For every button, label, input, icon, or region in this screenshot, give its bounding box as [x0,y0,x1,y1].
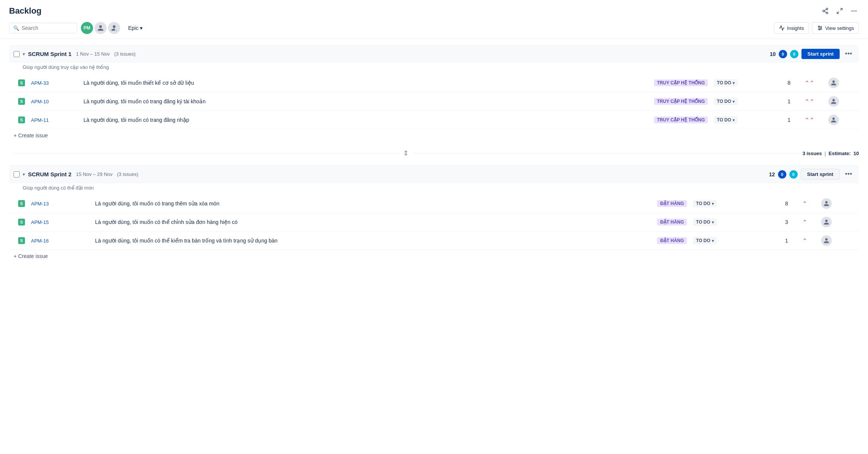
sprint-2-badge-blue: 0 [778,170,786,179]
issue-summary: Là người dùng, tôi muốn có thể chỉnh sửa… [95,219,238,225]
main-content: ▾ SCRUM Sprint 1 1 Nov – 15 Nov (3 issue… [0,39,868,271]
divider-line-right [413,153,798,154]
svg-point-0 [826,8,828,10]
issue-status-badge[interactable]: TO DO ▾ [693,218,717,226]
priority-icon: ⌃⌃ [804,117,814,123]
assignee-avatar[interactable] [828,78,839,88]
issue-type-icon: S [18,98,25,105]
divider-line-left [14,153,398,154]
epic-filter-button[interactable]: Epic ▾ [124,23,147,33]
search-input[interactable] [22,25,73,31]
epic-label: Epic [128,25,138,31]
sprint-1-issues-table: S APM-33 Là người dùng, tôi muốn thiết k… [9,74,859,129]
issue-key[interactable]: APM-13 [31,201,49,207]
add-avatar-button[interactable]: + [108,22,120,34]
issue-label-badge[interactable]: TRUY CẬP HỆ THỐNG [654,117,708,123]
sprint-2-header[interactable]: ▾ SCRUM Sprint 2 15 Nov – 29 Nov (3 issu… [9,165,859,183]
sprint-1-subtitle: Giúp người dùng truy cập vào hệ thống [9,63,859,72]
issue-points: 1 [785,238,788,244]
search-icon: 🔍 [13,25,19,31]
table-row: S APM-15 Là người dùng, tôi muốn có thể … [9,213,859,232]
more-options-button[interactable] [849,6,859,16]
sprint-2-checkbox[interactable] [14,171,20,177]
sprint-1-checkbox[interactable] [14,51,20,57]
avatar-pm[interactable]: PM [81,22,93,34]
sprint-1-badge-blue: 0 [779,50,787,58]
assignee-avatar[interactable] [828,115,839,125]
sprint-1-points: 10 [770,51,776,57]
sprint-section-1: ▾ SCRUM Sprint 1 1 Nov – 15 Nov (3 issue… [9,45,859,141]
assignee-avatar[interactable] [828,96,839,107]
issue-label-badge[interactable]: ĐẶT HÀNG [657,219,687,225]
avatar-user[interactable] [95,22,107,34]
issue-status-badge[interactable]: TO DO ▾ [693,200,717,207]
assignee-avatar[interactable] [821,235,832,246]
status-chevron-icon: ▾ [712,220,714,224]
issue-key[interactable]: APM-16 [31,238,49,244]
assignee-avatar[interactable] [821,198,832,209]
sprint-2-more-button[interactable]: ••• [843,169,854,179]
issue-points: 8 [785,201,788,207]
start-sprint-1-button[interactable]: Start sprint [801,49,840,59]
issue-key[interactable]: APM-33 [31,80,49,86]
sprint-2-points: 12 [769,171,775,177]
issue-points: 8 [787,80,790,86]
table-row: S APM-16 Là người dùng, tôi muốn có thể … [9,232,859,250]
priority-icon: ⌃ [802,238,807,244]
issue-summary: Là người dùng, tôi muốn có trang đăng nh… [84,117,189,123]
toolbar-right: Insights View settings [774,22,859,34]
divider-info: 3 issues | Estimate: 10 [803,151,859,156]
issue-label-badge[interactable]: TRUY CẬP HỆ THỐNG [654,79,708,86]
issue-status-badge[interactable]: TO DO ▾ [714,79,738,87]
issue-key[interactable]: APM-10 [31,99,49,104]
sprint-1-dates: 1 Nov – 15 Nov [76,51,110,57]
insights-icon [779,25,785,31]
sprint-1-chevron-icon: ▾ [23,51,25,57]
svg-point-16 [820,28,822,29]
issue-key[interactable]: APM-15 [31,219,49,225]
create-issue-row-1: + Create issue [9,129,859,141]
sprint-2-header-right: 12 0 0 Start sprint ••• [769,169,854,180]
svg-point-8 [854,11,855,12]
sprint-2-issues-count: (3 issues) [116,171,138,177]
issue-key[interactable]: APM-11 [31,117,49,123]
priority-icon: ⌃⌃ [804,98,814,105]
epic-chevron-icon: ▾ [140,25,143,31]
sprint-section-2: ▾ SCRUM Sprint 2 15 Nov – 29 Nov (3 issu… [9,165,859,262]
settings-icon [817,25,823,31]
insights-button[interactable]: Insights [774,22,809,34]
svg-point-9 [856,11,857,12]
priority-icon: ⌃⌃ [804,80,814,86]
issue-label-badge[interactable]: TRUY CẬP HỆ THỐNG [654,98,708,105]
table-row: S APM-33 Là người dùng, tôi muốn thiết k… [9,74,859,92]
create-issue-1-button[interactable]: + Create issue [14,132,48,138]
svg-point-17 [819,29,820,30]
share-button[interactable] [820,6,830,16]
create-issue-2-button[interactable]: + Create issue [14,253,48,259]
issue-status-badge[interactable]: TO DO ▾ [714,98,738,105]
avatar-group: PM + [81,22,120,34]
sprint-1-header[interactable]: ▾ SCRUM Sprint 1 1 Nov – 15 Nov (3 issue… [9,45,859,63]
start-sprint-2-button[interactable]: Start sprint [801,169,840,180]
sprint-1-issues-count: (3 issues) [113,51,136,57]
issue-status-badge[interactable]: TO DO ▾ [693,237,717,244]
view-settings-button[interactable]: View settings [812,22,859,34]
svg-point-15 [818,26,820,27]
sprint-2-dates: 15 Nov – 29 Nov [76,171,113,177]
svg-point-1 [823,10,825,12]
divider-resize-icon[interactable]: ⇕ [403,149,409,157]
table-row: S APM-11 Là người dùng, tôi muốn có tran… [9,111,859,129]
svg-line-6 [837,12,839,14]
issue-type-icon: S [18,237,25,244]
fullscreen-button[interactable] [835,6,845,16]
search-box[interactable]: 🔍 [9,23,77,33]
assignee-avatar[interactable] [821,217,832,227]
issue-type-icon: S [18,200,25,207]
issue-label-badge[interactable]: ĐẶT HÀNG [657,237,687,244]
sprint-1-more-button[interactable]: ••• [843,49,854,59]
table-row: S APM-10 Là người dùng, tôi muốn có tran… [9,92,859,111]
issue-type-icon: S [18,79,25,86]
sprint-2-issues-table: S APM-13 Là người dùng, tôi muốn có tran… [9,194,859,250]
issue-status-badge[interactable]: TO DO ▾ [714,116,738,124]
issue-label-badge[interactable]: ĐẶT HÀNG [657,200,687,207]
